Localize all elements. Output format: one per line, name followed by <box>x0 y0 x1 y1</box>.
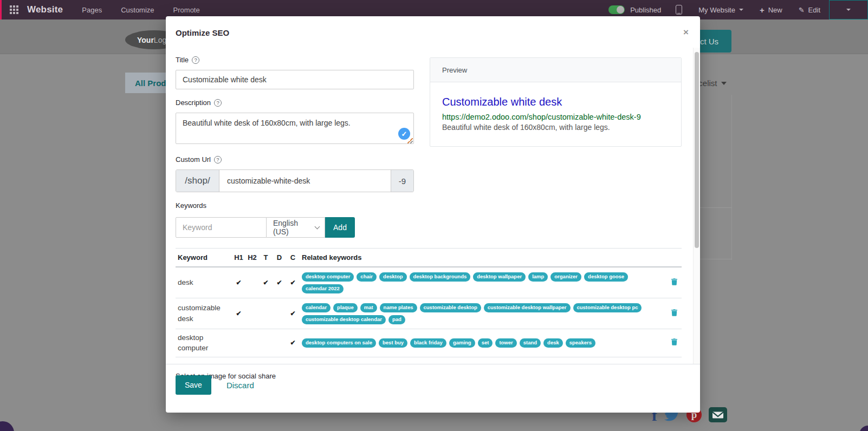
related-keyword-badge[interactable]: pad <box>388 315 405 324</box>
delete-keyword-button[interactable] <box>662 267 682 298</box>
dialog-scrollbar-thumb[interactable] <box>695 52 699 248</box>
keywords-label: Keywords <box>176 201 414 210</box>
related-keyword-badge[interactable]: desktop computers on sale <box>302 338 376 348</box>
help-icon[interactable]: ? <box>192 56 199 64</box>
mobile-preview-icon[interactable] <box>676 5 682 15</box>
language-select[interactable]: English (US) <box>267 217 325 238</box>
delete-keyword-button[interactable] <box>662 298 682 329</box>
navbar-accent-stripe <box>0 0 2 19</box>
table-header-cell: Keyword <box>176 249 232 267</box>
related-keyword-badge[interactable]: speakers <box>566 338 595 348</box>
corner-widget[interactable] <box>0 421 14 431</box>
related-keyword-badge[interactable]: customizable desktop pc <box>573 303 642 312</box>
check-cell-empty <box>245 267 259 298</box>
resize-handle[interactable] <box>407 138 413 143</box>
related-keyword-badge[interactable]: stand <box>520 338 541 348</box>
preview-column: Preview Customizable white desk https://… <box>430 37 682 147</box>
delete-keyword-button[interactable] <box>662 329 682 357</box>
table-header-cell: C <box>286 249 300 267</box>
my-website-dropdown[interactable]: My Website <box>698 6 743 14</box>
related-keyword-badge[interactable]: desktop wallpaper <box>473 272 526 282</box>
published-toggle[interactable] <box>608 5 625 14</box>
preview-panel-body: Customizable white desk https://demo2.od… <box>430 82 681 146</box>
keyword-cell: customizable desk <box>176 298 232 329</box>
preview-result-title[interactable]: Customizable white desk <box>442 96 669 108</box>
related-keyword-badge[interactable]: customizable desktop calendar <box>302 315 386 324</box>
related-keyword-badge[interactable]: name plates <box>380 303 417 312</box>
preview-result-url: https://demo2.odoo.com/shop/customizable… <box>442 113 669 121</box>
keyword-cell: desktop computer <box>176 329 232 357</box>
related-keyword-badge[interactable]: desktop goose <box>584 272 628 282</box>
close-icon[interactable]: × <box>683 27 689 38</box>
keyword-input[interactable] <box>176 217 267 238</box>
related-keyword-badge[interactable]: plaque <box>333 303 358 312</box>
related-keyword-badge[interactable]: best buy <box>379 338 407 348</box>
description-textarea[interactable]: Beautiful white desk of 160x80cm, with l… <box>176 113 414 144</box>
edit-label: Edit <box>808 6 820 14</box>
related-keyword-badge[interactable]: mat <box>360 303 377 312</box>
trash-icon <box>671 338 677 345</box>
related-keyword-badge[interactable]: desk <box>543 338 563 348</box>
check-cell-empty <box>259 329 273 357</box>
dialog-scrollbar-track[interactable] <box>693 48 700 364</box>
new-button[interactable]: + New <box>760 6 782 14</box>
new-label: New <box>768 6 782 14</box>
apps-grid-icon[interactable] <box>10 5 18 14</box>
corner-widget[interactable] <box>859 426 868 431</box>
seo-preview-panel: Preview Customizable white desk https://… <box>430 57 682 147</box>
dialog-title: Optimize SEO <box>176 28 690 37</box>
help-icon[interactable]: ? <box>214 156 222 164</box>
check-cell-empty <box>273 329 286 357</box>
nav-menu-promote[interactable]: Promote <box>173 6 200 14</box>
url-prefix: /shop/ <box>176 170 219 192</box>
add-keyword-button[interactable]: Add <box>325 217 355 238</box>
brand-website[interactable]: Website <box>27 4 63 15</box>
save-button[interactable]: Save <box>176 375 211 395</box>
check-cell-empty <box>273 298 286 329</box>
related-keyword-badge[interactable]: customizable desktop <box>420 303 481 312</box>
related-keyword-badge[interactable]: desktop <box>379 272 406 282</box>
related-keyword-badge[interactable]: tower <box>495 338 516 348</box>
table-header-cell <box>662 249 682 267</box>
custom-url-label: Custom Url ? <box>176 155 414 164</box>
dialog-header: Optimize SEO × <box>166 16 700 37</box>
language-value: English (US) <box>273 219 315 236</box>
logo-text-bold: Your <box>137 36 154 44</box>
related-keywords-cell: calendarplaquematname platescustomizable… <box>300 298 662 329</box>
related-keyword-badge[interactable]: desktop computer <box>302 272 354 282</box>
published-label: Published <box>630 6 661 14</box>
check-cell-empty <box>232 329 245 357</box>
related-keyword-badge[interactable]: gaming <box>449 338 475 348</box>
related-keyword-badge[interactable]: customizable desktop wallpaper <box>484 303 571 312</box>
table-header-cell: H1 <box>232 249 245 267</box>
url-suffix: -9 <box>391 170 413 192</box>
check-icon: ✔ <box>273 267 286 298</box>
related-keyword-badge[interactable]: lamp <box>528 272 548 282</box>
related-keyword-badge[interactable]: chair <box>357 272 377 282</box>
related-keyword-badge[interactable]: set <box>478 338 493 348</box>
related-keywords-cell: desktop computerchairdesktopdesktop back… <box>300 267 662 298</box>
my-website-label: My Website <box>698 6 735 14</box>
related-keyword-badge[interactable]: organizer <box>550 272 581 282</box>
related-keyword-badge[interactable]: desktop backgrounds <box>410 272 471 282</box>
related-keyword-badge[interactable]: black friday <box>410 338 446 348</box>
email-icon[interactable] <box>709 407 727 422</box>
help-icon[interactable]: ? <box>214 99 222 107</box>
keyword-cell: desk <box>176 267 232 298</box>
check-icon: ✔ <box>232 267 245 298</box>
title-input[interactable] <box>176 70 414 89</box>
discard-button[interactable]: Discard <box>226 375 254 395</box>
related-keyword-badge[interactable]: calendar <box>302 303 331 312</box>
pencil-icon: ✎ <box>799 6 805 14</box>
seo-form-column: Title ? Description ? Beautiful white de… <box>176 37 414 238</box>
nav-menu-pages[interactable]: Pages <box>82 6 102 14</box>
description-label: Description ? <box>176 99 414 107</box>
related-keyword-badge[interactable]: calendar 2022 <box>302 284 344 293</box>
check-cell-empty <box>245 298 259 329</box>
edit-button[interactable]: ✎ Edit <box>799 6 820 14</box>
custom-url-input[interactable] <box>219 170 391 192</box>
dialog-body: Title ? Description ? Beautiful white de… <box>166 37 700 380</box>
nav-menu-customize[interactable]: Customize <box>121 6 154 14</box>
edit-split-dropdown-button[interactable] <box>829 0 868 19</box>
preview-result-description: Beautiful white desk of 160x80cm, with l… <box>442 123 669 132</box>
